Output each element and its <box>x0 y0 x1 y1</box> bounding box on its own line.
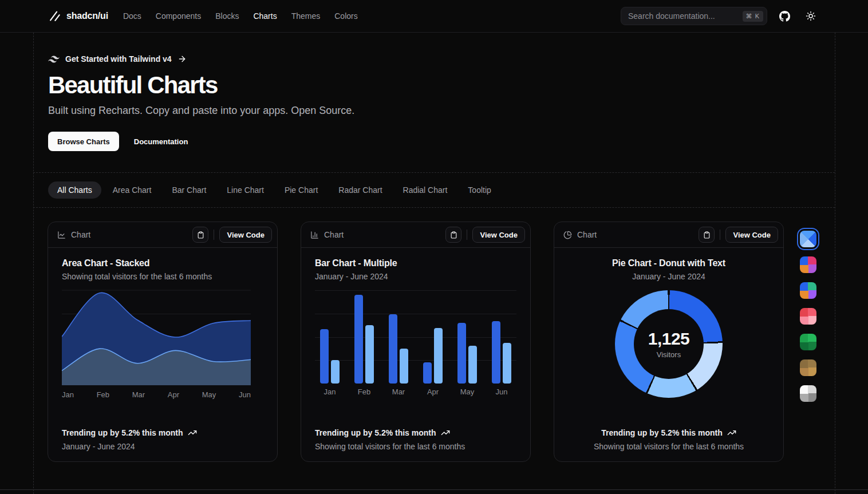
chart-card-title: Area Chart - Stacked <box>62 258 263 268</box>
trend-label: Trending up by 5.2% this month <box>315 428 436 437</box>
bar-x-axis: JanFebMarAprMayJun <box>315 388 516 396</box>
x-tick-label: Apr <box>420 388 446 396</box>
clipboard-icon <box>450 231 457 239</box>
copy-code-button[interactable] <box>192 227 208 243</box>
bar-group-jun[interactable] <box>488 321 515 384</box>
documentation-button[interactable]: Documentation <box>125 132 198 151</box>
donut-center: 1,125 Visitors <box>634 309 704 379</box>
search-placeholder: Search documentation... <box>628 11 715 21</box>
topbar-right: Search documentation... ⌘ K <box>621 7 820 25</box>
trending-up-icon <box>188 428 197 437</box>
mobile-bar <box>503 343 511 384</box>
trend-text-row: Trending up by 5.2% this month <box>315 428 516 437</box>
tab-tooltip[interactable]: Tooltip <box>459 181 500 199</box>
x-tick-label: Jun <box>488 388 515 396</box>
card-body: Area Chart - Stacked Showing total visit… <box>48 248 277 420</box>
bar-group-may[interactable] <box>454 323 480 384</box>
desktop-bar <box>389 314 397 384</box>
bar-group-feb[interactable] <box>351 295 377 384</box>
toolbar-separator <box>467 230 467 240</box>
nav-link-charts[interactable]: Charts <box>253 11 277 21</box>
mobile-bar <box>400 349 408 384</box>
tab-line-chart[interactable]: Line Chart <box>218 181 273 199</box>
card-body: Bar Chart - Multiple January - June 2024… <box>301 248 530 420</box>
github-button[interactable] <box>775 7 794 25</box>
bar-chart-plot <box>315 290 516 384</box>
bar-group-apr[interactable] <box>420 328 446 384</box>
toolbar-label: Chart <box>71 230 90 239</box>
browse-charts-button[interactable]: Browse Charts <box>48 132 119 151</box>
container-border-left <box>33 33 34 494</box>
x-tick-label: Jun <box>239 390 251 399</box>
search-shortcut-kbd: ⌘ K <box>743 11 763 22</box>
nav-link-docs[interactable]: Docs <box>123 11 141 21</box>
mobile-bar <box>331 360 340 384</box>
theme-swatch-palette[interactable] <box>800 282 816 299</box>
theme-swatch-blue[interactable] <box>800 231 816 247</box>
bar-group-jan[interactable] <box>317 329 343 384</box>
theme-swatch-green[interactable] <box>800 334 816 350</box>
nav-link-components[interactable]: Components <box>156 11 201 21</box>
tabs-border-bottom <box>33 207 835 208</box>
x-tick-label: Jan <box>62 390 74 399</box>
copy-code-button[interactable] <box>445 227 461 243</box>
view-code-button[interactable]: View Code <box>472 227 525 243</box>
view-code-button[interactable]: View Code <box>219 227 272 243</box>
toolbar-actions: View Code <box>699 227 778 243</box>
chart-pie-icon <box>563 231 572 239</box>
nav-link-blocks[interactable]: Blocks <box>215 11 239 21</box>
search-input[interactable]: Search documentation... ⌘ K <box>621 7 767 25</box>
theme-swatch-gray[interactable] <box>800 385 816 402</box>
banner-label: Get Started with Tailwind v4 <box>65 54 172 64</box>
toolbar-label: Chart <box>324 230 344 239</box>
tailwind-banner-link[interactable]: Get Started with Tailwind v4 <box>48 54 354 64</box>
mobile-bar <box>434 328 443 384</box>
theme-swatch-amber[interactable] <box>800 359 816 376</box>
nav-link-colors[interactable]: Colors <box>334 11 357 21</box>
theme-swatch-default[interactable] <box>800 256 816 273</box>
view-code-button[interactable]: View Code <box>725 227 778 243</box>
trend-text-row: Trending up by 5.2% this month <box>568 428 770 437</box>
donut-total-value: 1,125 <box>648 329 690 349</box>
chart-cards-row: Chart View Code Area Chart <box>48 222 784 462</box>
chart-card-description: January - June 2024 <box>315 272 516 281</box>
footer-caption: Showing total visitors for the last 6 mo… <box>315 442 516 451</box>
tab-bar-chart[interactable]: Bar Chart <box>163 181 215 199</box>
tab-area-chart[interactable]: Area Chart <box>104 181 161 199</box>
hero-cta-row: Browse Charts Documentation <box>48 132 354 151</box>
tab-all-charts[interactable]: All Charts <box>48 181 101 199</box>
toolbar-actions: View Code <box>445 227 525 243</box>
chart-card-title: Pie Chart - Donut with Text <box>568 258 770 268</box>
chart-card-description: January - June 2024 <box>568 272 770 281</box>
toolbar-separator <box>214 230 214 240</box>
sun-icon <box>806 11 816 21</box>
footer-caption: Showing total visitors for the last 6 mo… <box>568 442 770 451</box>
card-footer: Trending up by 5.2% this month Showing t… <box>301 420 530 461</box>
bar-groups <box>315 290 516 384</box>
page-title: Beautiful Charts <box>48 72 354 99</box>
footer-caption: January - June 2024 <box>62 442 263 451</box>
tab-pie-chart[interactable]: Pie Chart <box>275 181 327 199</box>
copy-code-button[interactable] <box>699 227 715 243</box>
theme-swatch-rose[interactable] <box>800 308 816 325</box>
toolbar-actions: View Code <box>192 227 272 243</box>
tailwind-icon <box>48 56 60 63</box>
tab-radial-chart[interactable]: Radial Chart <box>394 181 457 199</box>
x-tick-label: Jan <box>317 388 343 396</box>
chart-card-description: Showing total visitors for the last 6 mo… <box>62 272 263 281</box>
pie-chart-card: Chart View Code Pie Chart - <box>554 222 784 462</box>
x-tick-label: Apr <box>168 390 179 399</box>
theme-toggle-button[interactable] <box>802 7 820 25</box>
desktop-bar <box>354 295 363 384</box>
toolbar-label: Chart <box>577 230 597 239</box>
brand-home-link[interactable]: shadcn/ui <box>48 10 108 22</box>
brand-name: shadcn/ui <box>66 11 108 21</box>
arrow-right-icon <box>177 54 187 64</box>
nav-link-themes[interactable]: Themes <box>291 11 321 21</box>
shadcn-logo-icon <box>48 10 61 22</box>
chart-type-tabs: All ChartsArea ChartBar ChartLine ChartP… <box>33 173 835 207</box>
bar-group-mar[interactable] <box>385 314 412 384</box>
trend-label: Trending up by 5.2% this month <box>62 428 183 437</box>
tab-radar-chart[interactable]: Radar Chart <box>329 181 391 199</box>
card-toolbar: Chart View Code <box>48 222 277 248</box>
